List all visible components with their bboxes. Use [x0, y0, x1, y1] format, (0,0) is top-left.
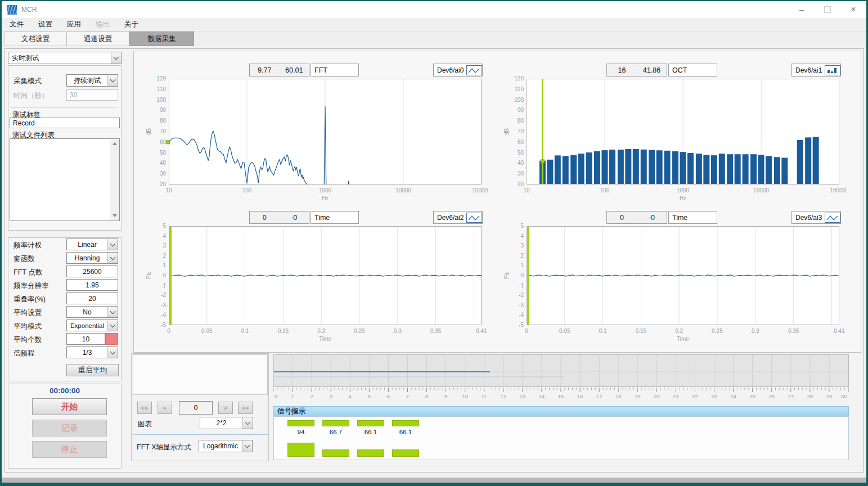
- svg-text:100: 100: [514, 97, 524, 103]
- svg-text:4: 4: [163, 233, 166, 239]
- layout-label: 图表: [138, 420, 152, 429]
- svg-text:20: 20: [654, 393, 660, 399]
- param-label-window: 窗函数: [14, 254, 35, 264]
- record-button: 记录: [32, 420, 107, 436]
- nav-next-button[interactable]: >: [218, 402, 233, 414]
- tab-bar: 文档设置 通道设置 数据采集: [2, 32, 866, 46]
- divider: [11, 107, 118, 108]
- fft-points-input[interactable]: 25600: [66, 266, 118, 277]
- svg-text:100: 100: [600, 187, 610, 194]
- svg-text:0: 0: [163, 272, 166, 278]
- divider: [133, 434, 268, 435]
- overlap-input[interactable]: 20: [66, 292, 118, 304]
- restart-avg-button[interactable]: 重启平均: [66, 364, 119, 376]
- svg-text:60: 60: [160, 139, 167, 145]
- svg-text:20: 20: [518, 181, 524, 187]
- chevron-down-icon[interactable]: [242, 440, 252, 452]
- chevron-down-icon[interactable]: [107, 239, 118, 250]
- oct-plot[interactable]: 2030405060708090100110120101001000100001…: [493, 74, 846, 205]
- freq-resolution-input[interactable]: 1.95: [66, 279, 118, 291]
- legend-box: [133, 354, 268, 395]
- signal-level-value: 94: [287, 429, 314, 435]
- fft-axis-mode-select[interactable]: Logarithmic: [199, 440, 253, 452]
- svg-text:3: 3: [330, 393, 332, 399]
- chevron-down-icon[interactable]: [107, 320, 118, 331]
- svg-text:80: 80: [518, 118, 524, 124]
- svg-text:13: 13: [520, 393, 526, 399]
- svg-text:17: 17: [596, 393, 602, 399]
- svg-text:30: 30: [518, 170, 524, 177]
- nav-last-button[interactable]: >>: [238, 402, 253, 414]
- tab-data-acquisition[interactable]: 数据采集: [129, 32, 194, 46]
- svg-text:0.35: 0.35: [430, 328, 442, 334]
- octave-select[interactable]: 1/3: [66, 346, 118, 358]
- svg-text:21: 21: [673, 393, 679, 399]
- param-label-fft-points: FFT 点数: [14, 268, 42, 277]
- svg-text:3: 3: [163, 242, 166, 249]
- signal-panel-header: 信号指示: [273, 406, 849, 416]
- svg-text:Pa: Pa: [503, 272, 510, 279]
- time2-plot[interactable]: -5-4-3-2-101234500.050.10.150.20.250.30.…: [135, 222, 488, 351]
- menu-application[interactable]: 应用: [67, 20, 81, 29]
- scroll-down-icon[interactable]: [110, 212, 119, 220]
- chevron-down-icon[interactable]: [107, 347, 118, 358]
- maximize-button[interactable]: [815, 1, 840, 18]
- avg-count-input[interactable]: 10: [66, 333, 105, 345]
- svg-text:-1: -1: [161, 282, 166, 289]
- acq-mode-select[interactable]: 持续测试: [66, 74, 118, 87]
- fft-plot[interactable]: 2030405060708090100110120101001000100001…: [135, 74, 488, 205]
- close-button[interactable]: ×: [840, 1, 866, 18]
- svg-text:30: 30: [841, 393, 847, 399]
- menu-settings[interactable]: 设置: [38, 20, 52, 29]
- svg-text:11: 11: [482, 393, 487, 399]
- elapsed-timer: 00:00:00: [8, 386, 122, 395]
- svg-text:0.25: 0.25: [712, 328, 723, 334]
- svg-text:-5: -5: [519, 322, 524, 328]
- record-label-input[interactable]: Record: [10, 118, 120, 128]
- weighting-select[interactable]: Linear: [66, 238, 118, 250]
- svg-text:Hz: Hz: [680, 195, 686, 201]
- nav-index-box[interactable]: 0: [179, 401, 213, 415]
- svg-text:-4: -4: [161, 312, 166, 318]
- tab-document-settings[interactable]: 文档设置: [5, 32, 66, 46]
- tab-channel-settings[interactable]: 通道设置: [66, 32, 129, 46]
- nav-first-button[interactable]: <<: [137, 402, 152, 414]
- listbox-scrollbar[interactable]: [110, 140, 119, 220]
- svg-text:12: 12: [501, 393, 507, 399]
- svg-text:0.1: 0.1: [241, 328, 249, 334]
- record-timeline[interactable]: 0123456789101112131415161718192021222324…: [273, 354, 849, 400]
- menu-file[interactable]: 文件: [10, 20, 24, 29]
- svg-text:0.05: 0.05: [559, 328, 570, 334]
- file-listbox[interactable]: [10, 138, 120, 221]
- chevron-down-icon[interactable]: [107, 253, 118, 263]
- start-button[interactable]: 开始: [32, 398, 107, 415]
- svg-text:0.15: 0.15: [636, 328, 647, 334]
- svg-text:29: 29: [826, 393, 833, 399]
- scroll-up-icon[interactable]: [110, 140, 119, 148]
- menu-about[interactable]: 关于: [124, 20, 138, 29]
- avg-setting-select[interactable]: No: [66, 306, 118, 318]
- svg-text:0.1: 0.1: [599, 328, 607, 334]
- avg-mode-select[interactable]: Exponential: [66, 320, 118, 331]
- svg-text:4: 4: [520, 233, 524, 239]
- svg-text:-2: -2: [519, 292, 524, 298]
- chevron-down-icon[interactable]: [107, 307, 118, 317]
- time3-plot[interactable]: -5-4-3-2-101234500.050.10.150.20.250.30.…: [493, 222, 846, 351]
- svg-text:18: 18: [615, 393, 622, 399]
- signal-status-bar: [392, 449, 419, 457]
- svg-text:70: 70: [518, 128, 524, 134]
- chevron-down-icon[interactable]: [111, 52, 121, 64]
- window-func-select[interactable]: Hanning: [66, 252, 118, 264]
- svg-text:0.41: 0.41: [834, 328, 845, 334]
- signal-status-bar: [287, 443, 314, 457]
- minimize-button[interactable]: –: [789, 1, 815, 18]
- layout-select[interactable]: 2*2: [200, 417, 253, 429]
- svg-text:1000: 1000: [677, 187, 690, 194]
- mode-select[interactable]: 实时测试: [8, 52, 122, 64]
- svg-text:0.2: 0.2: [675, 328, 683, 334]
- chevron-down-icon[interactable]: [242, 417, 253, 429]
- signal-level-bar: [287, 420, 314, 426]
- chevron-down-icon[interactable]: [107, 75, 118, 86]
- nav-prev-button[interactable]: <: [158, 402, 172, 414]
- svg-text:1: 1: [520, 262, 524, 268]
